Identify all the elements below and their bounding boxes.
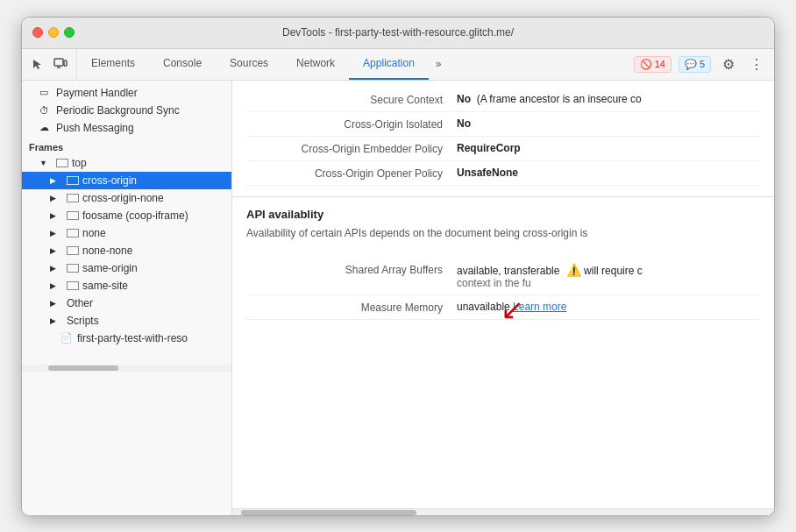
info-count: 5 (700, 59, 705, 69)
secure-context-label: Secure Context (246, 93, 457, 106)
tab-sources[interactable]: Sources (216, 49, 282, 80)
svg-rect-1 (64, 60, 67, 66)
payment-icon: ▭ (39, 87, 52, 98)
warning-icon: ⚠️ (566, 263, 581, 277)
window-title: DevTools - first-party-test-with-resourc… (282, 26, 514, 39)
api-info-table: Shared Array Buffers available, transfer… (232, 251, 774, 327)
cursor-icon[interactable] (29, 55, 46, 73)
sidebar-item-foosame[interactable]: ▶ foosame (coop-iframe) (22, 207, 231, 224)
more-tabs-button[interactable]: » (429, 49, 449, 80)
panel-content: Secure Context No (A frame ancestor is a… (232, 81, 774, 508)
sidebar-item-first-party[interactable]: 📄 first-party-test-with-reso (22, 330, 231, 347)
sidebar: ▭ Payment Handler ⏱ Periodic Background … (22, 81, 232, 515)
svg-rect-0 (54, 59, 63, 66)
frame-box-icon (56, 159, 68, 167)
sidebar-item-frames-top[interactable]: ▼ top (22, 154, 231, 172)
coop-label: Cross-Origin Opener Policy (246, 167, 457, 180)
info-badge[interactable]: 💬 5 (679, 56, 711, 73)
shared-array-label: Shared Array Buffers (246, 263, 457, 276)
cloud-icon: ☁ (39, 122, 52, 133)
frame-box-icon-3 (67, 194, 79, 202)
info-row-shared-array: Shared Array Buffers available, transfer… (246, 258, 760, 295)
cross-origin-isolated-value: No (457, 117, 760, 130)
main-content: ▭ Payment Handler ⏱ Periodic Background … (22, 81, 774, 515)
error-icon: 🚫 (640, 59, 652, 70)
minimize-button[interactable] (48, 27, 59, 38)
chat-icon: 💬 (685, 59, 697, 70)
sidebar-item-cross-origin[interactable]: ▶ cross-origin (22, 172, 231, 189)
doc-icon: 📄 (60, 332, 73, 344)
sidebar-item-periodic-bg-sync[interactable]: ⏱ Periodic Background Sync (22, 102, 231, 119)
sidebar-item-other[interactable]: ▶ Other (22, 294, 231, 312)
close-button[interactable] (32, 27, 43, 38)
frame-box-icon-5 (67, 229, 79, 238)
error-badge[interactable]: 🚫 14 (634, 56, 672, 73)
triangle-icon-10: ▶ (50, 316, 62, 325)
panel-scrollbar-thumb[interactable] (241, 510, 416, 515)
coop-value: UnsafeNone (457, 167, 760, 179)
frames-label: Frames (29, 142, 63, 153)
panel: Secure Context No (A frame ancestor is a… (232, 81, 774, 515)
info-table: Secure Context No (A frame ancestor is a… (232, 81, 774, 193)
triangle-icon-2: ▶ (50, 176, 62, 185)
sidebar-item-same-site[interactable]: ▶ same-site (22, 277, 231, 294)
clock-icon: ⏱ (39, 105, 52, 116)
arrow-indicator: ↙ (501, 295, 524, 323)
triangle-icon-7: ▶ (50, 264, 62, 273)
frames-section-label: Frames (22, 137, 231, 154)
triangle-icon-9: ▶ (50, 299, 62, 308)
devtools-window: DevTools - first-party-test-with-resourc… (21, 17, 775, 516)
tab-console[interactable]: Console (149, 49, 216, 80)
frame-box-icon-7 (67, 264, 79, 273)
sidebar-scrollbar[interactable] (22, 365, 231, 372)
tab-elements[interactable]: Elements (77, 49, 149, 80)
info-row-coep: Cross-Origin Embedder Policy RequireCorp (246, 137, 760, 161)
sidebar-item-push-messaging[interactable]: ☁ Push Messaging (22, 119, 231, 137)
settings-button[interactable]: ⚙ (718, 53, 739, 74)
sidebar-item-same-origin[interactable]: ▶ same-origin (22, 259, 231, 277)
toolbar-right: 🚫 14 💬 5 ⚙ ⋮ (627, 49, 774, 80)
triangle-icon-5: ▶ (50, 229, 62, 238)
tab-network[interactable]: Network (282, 49, 349, 80)
frame-box-icon-2 (67, 176, 79, 185)
toolbar-left (22, 49, 77, 80)
api-section-desc: Availability of certain APIs depends on … (246, 226, 760, 241)
more-options-button[interactable]: ⋮ (746, 53, 767, 74)
toolbar: Elements Console Sources Network Applica… (22, 49, 774, 81)
coep-value: RequireCorp (457, 142, 760, 154)
sidebar-item-scripts[interactable]: ▶ Scripts (22, 312, 231, 330)
frame-box-icon-8 (67, 281, 79, 290)
sidebar-item-cross-origin-none[interactable]: ▶ cross-origin-none (22, 189, 231, 207)
info-row-coop: Cross-Origin Opener Policy UnsafeNone (246, 161, 760, 186)
api-section-title: API availablity (246, 208, 760, 221)
triangle-icon-6: ▶ (50, 246, 62, 255)
sidebar-item-none[interactable]: ▶ none (22, 224, 231, 242)
title-bar: DevTools - first-party-test-with-resourc… (22, 18, 774, 49)
panel-scrollbar[interactable] (232, 508, 774, 515)
tab-application[interactable]: Application (349, 49, 429, 80)
frame-box-icon-4 (67, 211, 79, 220)
info-row-cross-origin-isolated: Cross-Origin Isolated No (246, 112, 760, 137)
measure-memory-label: Measure Memory (246, 301, 457, 314)
tab-bar: Elements Console Sources Network Applica… (77, 49, 627, 80)
triangle-icon-8: ▶ (50, 281, 62, 290)
sidebar-item-none-none[interactable]: ▶ none-none (22, 242, 231, 259)
sidebar-scrollbar-thumb[interactable] (48, 365, 118, 371)
coep-label: Cross-Origin Embedder Policy (246, 142, 457, 155)
sidebar-item-payment-handler[interactable]: ▭ Payment Handler (22, 84, 231, 102)
traffic-lights (32, 27, 75, 38)
triangle-icon-4: ▶ (50, 211, 62, 220)
maximize-button[interactable] (64, 27, 75, 38)
cross-origin-isolated-label: Cross-Origin Isolated (246, 117, 457, 131)
error-count: 14 (655, 59, 665, 69)
shared-array-value: available, transferable ⚠️ will require … (457, 263, 760, 289)
frame-box-icon-6 (67, 246, 79, 255)
triangle-icon: ▼ (39, 159, 52, 167)
measure-memory-value: unavailable Learn more ↙ (457, 301, 760, 313)
info-row-secure-context: Secure Context No (A frame ancestor is a… (246, 88, 760, 112)
secure-context-value: No (A frame ancestor is an insecure co (457, 93, 760, 105)
triangle-icon-3: ▶ (50, 194, 62, 202)
info-row-measure-memory: Measure Memory unavailable Learn more ↙ (246, 295, 760, 320)
api-section: API availablity Availability of certain … (232, 196, 774, 252)
device-icon[interactable] (52, 55, 69, 73)
